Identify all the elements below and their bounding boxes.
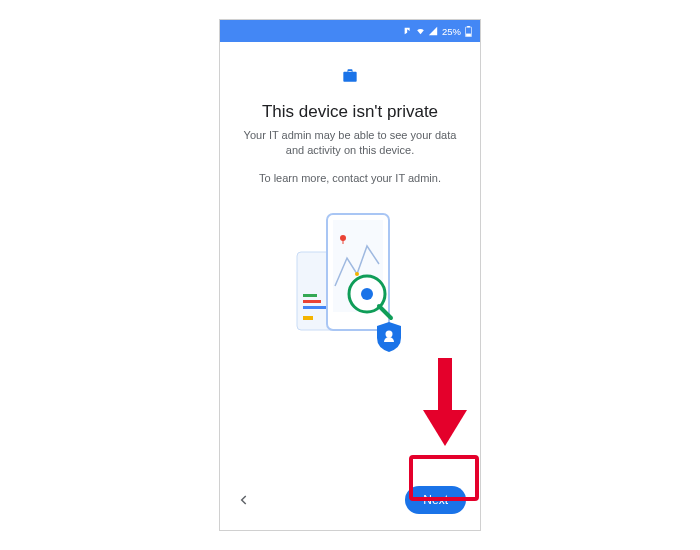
svg-rect-1: [467, 26, 470, 27]
page-title: This device isn't private: [262, 102, 438, 122]
signal-icon: [428, 26, 438, 36]
svg-rect-5: [303, 306, 327, 309]
svg-point-11: [355, 272, 359, 276]
svg-rect-2: [466, 33, 471, 36]
back-button[interactable]: [234, 490, 254, 510]
svg-rect-4: [303, 316, 313, 320]
device-monitoring-illustration: [285, 206, 415, 356]
learn-more-text: To learn more, contact your IT admin.: [259, 172, 441, 184]
svg-point-15: [386, 330, 393, 337]
svg-rect-7: [303, 294, 317, 297]
battery-icon: [465, 26, 472, 37]
next-button[interactable]: Next: [405, 486, 466, 514]
main-content: This device isn't private Your IT admin …: [220, 42, 480, 480]
wifi-icon: [415, 26, 426, 36]
svg-point-13: [361, 288, 373, 300]
briefcase-icon: [340, 66, 360, 90]
chevron-left-icon: [237, 493, 251, 507]
nfc-icon: [403, 26, 413, 36]
bottom-bar: Next: [220, 480, 480, 530]
status-icons: [403, 26, 438, 36]
battery-text: 25%: [442, 26, 461, 37]
phone-frame: 25% This device isn't private Your IT ad…: [219, 19, 481, 531]
status-bar: 25%: [220, 20, 480, 42]
svg-rect-6: [303, 300, 321, 303]
page-subtitle: Your IT admin may be able to see your da…: [242, 128, 458, 158]
